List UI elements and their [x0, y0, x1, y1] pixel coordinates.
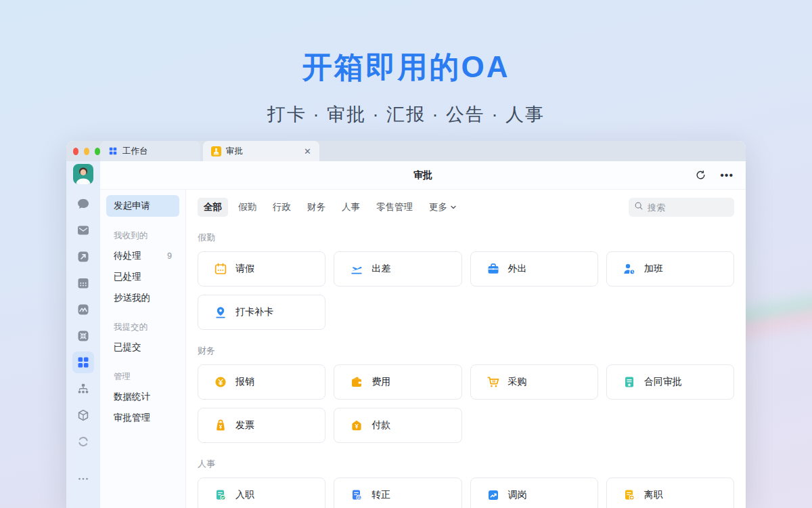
contract-doc-icon [623, 375, 636, 389]
menu-group-header: 我收到的 [114, 230, 179, 242]
app-header: 审批 ••• [100, 161, 746, 190]
menu-item[interactable]: 已提交 [106, 337, 179, 358]
pending-count-badge: 9 [167, 251, 172, 261]
out-briefcase-icon [487, 262, 500, 276]
rail-more-dots-icon[interactable] [72, 468, 94, 490]
approval-card-label: 费用 [371, 376, 390, 388]
search-input[interactable] [648, 203, 729, 213]
approval-card-label: 采购 [508, 376, 527, 388]
invoice-bag-icon [214, 419, 227, 432]
approval-card-label: 打卡补卡 [235, 306, 273, 318]
close-window-button[interactable] [73, 148, 78, 155]
user-avatar[interactable] [73, 164, 93, 184]
approval-card[interactable]: 采购 [470, 364, 598, 400]
menu-item-label: 抄送我的 [114, 292, 150, 304]
tab-approval-label: 审批 [226, 146, 243, 157]
approval-card[interactable]: 合同审批 [606, 364, 734, 400]
payment-bag-icon [350, 419, 363, 432]
app-rail-sidebar [66, 161, 100, 508]
location-pin-icon [214, 305, 227, 319]
more-dots-icon[interactable]: ••• [720, 170, 734, 181]
rail-calendar-icon[interactable] [72, 272, 94, 294]
rail-apps-cube-icon[interactable] [72, 404, 94, 426]
approval-card-label: 离职 [644, 489, 663, 501]
approval-card-label: 请假 [235, 263, 254, 275]
approval-card[interactable]: 付款 [334, 408, 461, 443]
approval-card[interactable]: 费用 [334, 364, 461, 400]
hero-subtitle: 打卡 · 审批 · 汇报 · 公告 · 人事 [0, 102, 812, 127]
close-icon[interactable]: ✕ [304, 147, 311, 156]
filter-more-dropdown[interactable]: 更多 [423, 198, 463, 217]
approval-card[interactable]: 调岗 [470, 478, 598, 508]
rail-meeting-icon[interactable] [72, 325, 94, 347]
approval-card-label: 入职 [235, 489, 254, 501]
hero-title: 开箱即用的OA [0, 47, 812, 87]
menu-item[interactable]: 审批管理 [106, 407, 179, 428]
menu-item-label: 审批管理 [114, 412, 150, 424]
section-title: 人事 [198, 458, 734, 470]
resignation-doc-icon [623, 488, 636, 502]
filter-tab[interactable]: 假勤 [232, 198, 263, 217]
tab-workbench-label: 工作台 [122, 146, 148, 157]
approval-card-label: 加班 [644, 263, 663, 275]
approval-card[interactable]: 请假 [198, 251, 325, 287]
approval-menu-panel: 发起申请 我收到的待处理9已处理抄送我的我提交的已提交管理数据统计审批管理 [100, 190, 186, 508]
rail-org-contacts-icon[interactable] [72, 378, 94, 400]
filter-tab[interactable]: 行政 [267, 198, 297, 217]
approval-card[interactable]: 离职 [606, 478, 734, 508]
menu-item-label: 数据统计 [114, 391, 150, 403]
search-box[interactable] [629, 198, 734, 217]
workbench-grid-icon [108, 146, 118, 156]
reimburse-coin-icon [214, 375, 227, 389]
section-title: 财务 [198, 345, 734, 357]
approval-card[interactable]: 入职 [198, 478, 325, 508]
rail-chat-icon[interactable] [72, 193, 94, 215]
menu-item[interactable]: 数据统计 [106, 386, 179, 407]
approval-card-label: 出差 [371, 263, 390, 275]
section-title: 假勤 [198, 232, 734, 244]
menu-group-header: 我提交的 [114, 322, 179, 333]
filter-tab[interactable]: 财务 [301, 198, 332, 217]
purchase-cart-icon [487, 375, 500, 389]
refresh-icon[interactable] [695, 169, 706, 181]
minimize-window-button[interactable] [84, 148, 89, 155]
approval-card[interactable]: 打卡补卡 [198, 295, 325, 330]
approval-content: 全部假勤行政财务人事零售管理更多 假勤请假出差外出加班打卡补卡财务报销费用采购合… [186, 190, 746, 508]
approval-card[interactable]: 外出 [470, 251, 598, 287]
approval-card-label: 发票 [235, 419, 254, 431]
menu-item[interactable]: 抄送我的 [106, 287, 179, 308]
rail-mail-icon[interactable] [72, 219, 94, 241]
regularization-doc-icon [350, 488, 363, 502]
menu-item[interactable]: 已处理 [106, 266, 179, 287]
window-tab-bar: 工作台 审批 ✕ [66, 141, 746, 161]
menu-item[interactable]: 待处理9 [106, 245, 179, 266]
leave-calendar-icon [214, 262, 227, 276]
filter-tab[interactable]: 零售管理 [370, 198, 419, 217]
filter-tab[interactable]: 人事 [336, 198, 366, 217]
approval-card[interactable]: 转正 [334, 478, 461, 508]
tab-workbench[interactable]: 工作台 [100, 141, 200, 161]
app-window: 工作台 审批 ✕ 审批 ••• [66, 141, 746, 508]
approval-section: 假勤请假出差外出加班打卡补卡 [198, 232, 734, 330]
approval-card[interactable]: 报销 [198, 364, 325, 400]
start-request-button[interactable]: 发起申请 [106, 195, 179, 217]
maximize-window-button[interactable] [95, 148, 100, 155]
onboarding-doc-icon [214, 488, 227, 502]
expense-wallet-icon [350, 375, 363, 389]
transfer-chart-icon [487, 488, 500, 502]
overtime-person-clock-icon [623, 262, 636, 276]
rail-minutes-icon[interactable] [72, 299, 94, 320]
tab-approval[interactable]: 审批 ✕ [203, 141, 319, 161]
rail-sync-loop-icon[interactable] [72, 431, 94, 452]
approval-card[interactable]: 出差 [334, 251, 461, 287]
menu-item-label: 已处理 [114, 271, 141, 283]
trip-plane-icon [350, 262, 363, 276]
filter-more-label: 更多 [429, 201, 447, 213]
filter-tab[interactable]: 全部 [198, 198, 228, 217]
rail-share-arrow-icon[interactable] [72, 246, 94, 268]
rail-workbench-grid-icon[interactable] [72, 352, 94, 373]
approval-card-label: 调岗 [508, 489, 527, 501]
approval-card[interactable]: 加班 [606, 251, 734, 287]
approval-section: 人事入职转正调岗离职 [198, 458, 734, 508]
approval-card[interactable]: 发票 [198, 408, 325, 443]
